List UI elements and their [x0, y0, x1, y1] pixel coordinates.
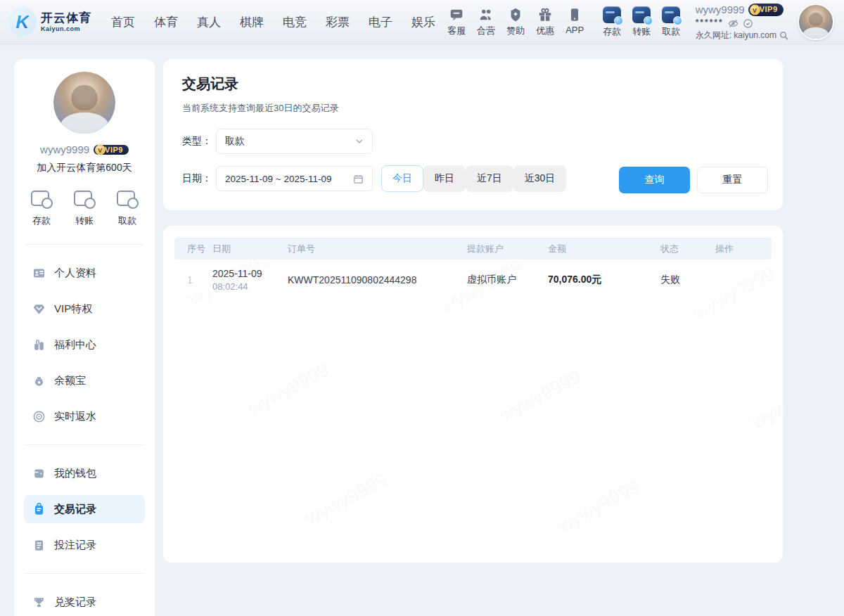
nav-item-5[interactable]: 电竞 — [283, 14, 307, 30]
nav-item-7[interactable]: 电子 — [369, 14, 392, 30]
sidebar-item-交易记录[interactable]: 交易记录 — [24, 495, 145, 523]
reset-button[interactable]: 重置 — [697, 167, 768, 193]
calendar-icon — [353, 174, 364, 184]
brand-logo[interactable]: K 开云体育 Kaiyun.com — [8, 8, 98, 36]
brand-name: 开云体育 — [41, 12, 91, 24]
range-button-近30日[interactable]: 近30日 — [513, 165, 567, 192]
range-button-近7日[interactable]: 近7日 — [466, 165, 513, 192]
top-wallet-转账[interactable]: 转账 — [627, 6, 656, 38]
type-select[interactable]: 取款 — [216, 129, 373, 154]
bets-icon — [32, 539, 46, 552]
transfer-outline-icon — [74, 190, 95, 210]
top-action-优惠[interactable]: 优惠 — [531, 7, 560, 37]
sidebar-item-兑奖记录[interactable]: 兑奖记录 — [24, 588, 145, 616]
withdraw-outline-icon — [117, 190, 138, 210]
column-header-序号: 序号 — [174, 243, 210, 255]
quick-range-group: 今日昨日近7日近30日 — [381, 165, 566, 192]
transfer-icon — [632, 6, 651, 23]
rebate-icon — [32, 410, 46, 423]
cell-amount: 70,076.00元 — [545, 274, 658, 286]
nav-item-8[interactable]: 娱乐 — [411, 14, 435, 30]
top-wallet-存款[interactable]: 存款 — [598, 6, 627, 38]
profile-icon — [32, 267, 46, 280]
range-button-今日[interactable]: 今日 — [381, 165, 423, 192]
top-action-客服[interactable]: 客服 — [442, 7, 471, 37]
divider — [25, 573, 143, 574]
sidebar-item-投注记录[interactable]: 投注记录 — [24, 531, 145, 559]
nav-item-1[interactable]: 首页 — [111, 14, 135, 30]
sidebar-item-余额宝[interactable]: 余额宝 — [24, 366, 145, 394]
joined-days-text: 加入开云体育第600天 — [24, 162, 145, 174]
withdraw-icon — [662, 6, 680, 23]
sidebar-username: wywy9999 — [40, 143, 89, 155]
nav-item-6[interactable]: 彩票 — [326, 14, 350, 30]
table-header: 序号日期订单号提款账户金额状态操作 — [174, 238, 772, 259]
cell-seq: 1 — [174, 274, 210, 285]
chat-icon — [449, 7, 464, 23]
cell-account: 虚拟币账户 — [464, 274, 545, 286]
range-button-昨日[interactable]: 昨日 — [423, 165, 466, 192]
sidebar-item-VIP特权[interactable]: VIP特权 — [24, 295, 145, 323]
main-content: 交易记录 当前系统支持查询最近30日的交易记录 类型： 取款 日期： 2025-… — [163, 59, 783, 563]
cell-order-no: KWWT202511090802444298 — [285, 274, 464, 285]
magnifier-icon[interactable] — [779, 30, 789, 41]
nav-item-4[interactable]: 棋牌 — [240, 14, 264, 30]
masked-balance: ****** — [696, 17, 724, 29]
date-filter-label: 日期： — [182, 172, 216, 185]
top-action-赞助[interactable]: 赞助 — [501, 7, 530, 37]
nav-item-3[interactable]: 真人 — [197, 14, 221, 30]
type-select-value: 取款 — [225, 135, 245, 148]
sidebar-avatar[interactable] — [53, 72, 115, 134]
records-icon — [32, 503, 46, 516]
filter-card: 交易记录 当前系统支持查询最近30日的交易记录 类型： 取款 日期： 2025-… — [163, 59, 783, 210]
column-header-日期: 日期 — [210, 243, 285, 255]
welfare-icon — [32, 338, 46, 352]
top-wallet-取款[interactable]: 取款 — [657, 6, 686, 38]
brand-domain: Kaiyun.com — [41, 26, 91, 32]
sidebar-quick-存款[interactable]: 存款 — [31, 190, 52, 227]
divider — [25, 244, 143, 245]
page-subtitle: 当前系统支持查询最近30日的交易记录 — [182, 102, 764, 115]
brand-logo-icon: K — [8, 8, 37, 36]
sidebar: wywy9999 VIP9 加入开云体育第600天 存款 转账 取款 个人资料 … — [14, 59, 155, 616]
deposit-outline-icon — [31, 190, 52, 210]
nav-item-2[interactable]: 体育 — [154, 14, 178, 30]
table-body: 1 2025-11-0908:02:44 KWWT202511090802444… — [174, 259, 772, 300]
wallet-icon — [32, 467, 46, 480]
column-header-提款账户: 提款账户 — [464, 243, 545, 255]
partners-icon — [478, 7, 494, 23]
sidebar-item-个人资料[interactable]: 个人资料 — [24, 259, 145, 287]
refresh-check-icon[interactable] — [743, 18, 753, 29]
username: wywy9999 — [696, 2, 745, 18]
sponsor-icon — [508, 7, 523, 23]
prize-icon — [32, 596, 46, 609]
deposit-icon — [603, 6, 621, 23]
sidebar-item-实时返水[interactable]: 实时返水 — [24, 402, 145, 430]
sidebar-item-福利中心[interactable]: 福利中心 — [24, 331, 145, 359]
eye-off-icon[interactable] — [728, 18, 738, 29]
sidebar-quick-取款[interactable]: 取款 — [117, 190, 138, 227]
sidebar-quick-转账[interactable]: 转账 — [74, 190, 95, 227]
records-table-card: wywy9999wywy9999wywy9999wywy9999wywy9999… — [163, 226, 783, 563]
top-wallet-actions: 存款 转账 取款 — [598, 6, 686, 38]
vip-badge: VIP9 — [748, 4, 784, 16]
phone-icon — [567, 7, 582, 23]
page-title: 交易记录 — [182, 75, 764, 94]
table-row: 1 2025-11-0908:02:44 KWWT202511090802444… — [174, 259, 772, 300]
avatar[interactable] — [798, 4, 834, 40]
date-range-input[interactable]: 2025-11-09 ~ 2025-11-09 — [216, 166, 373, 191]
sidebar-vip-badge: VIP9 — [94, 145, 129, 155]
column-header-操作: 操作 — [712, 243, 769, 255]
yuebao-icon — [32, 374, 46, 387]
top-bar: K 开云体育 Kaiyun.com 首页体育真人棋牌电竞彩票电子娱乐 客服 合营… — [0, 0, 844, 44]
divider — [25, 444, 143, 445]
user-info-block: wywy9999 VIP9 ****** 永久网址: kaiyun.com — [696, 2, 789, 42]
cell-date: 2025-11-0908:02:44 — [210, 268, 285, 292]
sidebar-item-我的钱包[interactable]: 我的钱包 — [24, 459, 145, 487]
top-action-APP[interactable]: APP — [561, 7, 589, 37]
date-range-value: 2025-11-09 ~ 2025-11-09 — [225, 174, 332, 184]
query-button[interactable]: 查询 — [619, 167, 690, 193]
column-header-金额: 金额 — [545, 243, 658, 255]
top-action-合营[interactable]: 合营 — [472, 7, 501, 37]
gift-icon — [537, 7, 553, 23]
